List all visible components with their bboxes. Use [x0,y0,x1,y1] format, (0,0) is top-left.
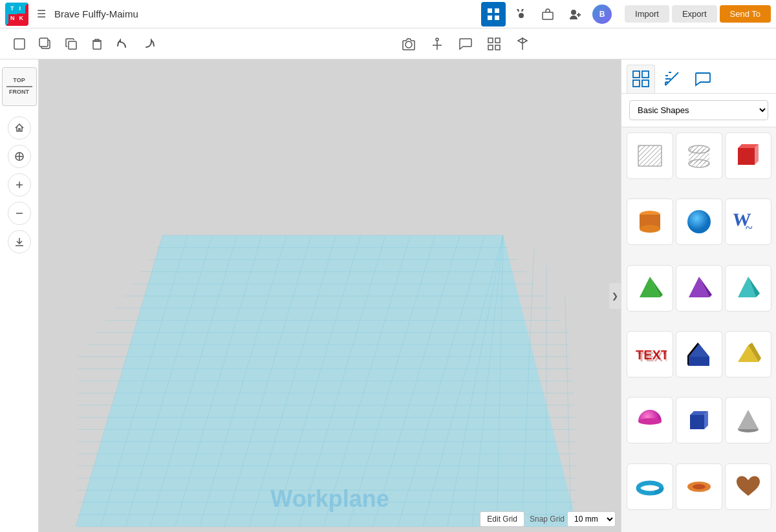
zoom-out-button[interactable] [8,202,31,225]
anchor-button[interactable] [426,32,449,56]
shape-item-heart[interactable] [725,463,771,510]
svg-rect-16 [495,45,500,50]
svg-rect-13 [488,38,493,43]
avatar-btn[interactable]: B [590,2,614,27]
toolbar [0,28,776,59]
main: TOP FRONT [0,59,776,532]
canvas-area[interactable]: Workplane Edit Grid Snap Grid 10 mm 5 mm… [39,59,621,532]
svg-point-5 [571,10,576,15]
undo-button[interactable] [111,32,135,56]
add-user-btn[interactable] [563,2,587,27]
svg-point-83 [689,160,709,167]
shape-item-sphere-solid[interactable] [676,198,722,245]
measure-tab[interactable] [658,65,686,93]
logo-n: N [8,14,17,23]
import-button[interactable]: Import [625,5,669,23]
svg-rect-3 [495,16,499,20]
svg-point-119 [693,484,706,489]
shape-item-pyramid-teal[interactable] [725,265,771,312]
svg-rect-2 [488,16,492,20]
shape-item-pyramid-green[interactable] [627,265,673,312]
view-cube[interactable]: TOP FRONT [2,67,37,106]
shape-item-cylinder-solid[interactable] [627,198,673,245]
shape-note-button[interactable] [454,32,477,56]
svg-marker-87 [738,148,755,165]
view-cube-top: TOP [13,77,25,85]
home-view-button[interactable] [8,116,31,140]
right-panel: Basic Shapes W~ [621,59,776,532]
project-name[interactable]: Brave Fulffy-Maimu [54,8,476,19]
delete-button[interactable] [85,32,109,56]
collapse-panel-button[interactable]: ❯ [609,283,621,309]
briefcase-btn[interactable] [535,2,560,27]
shape-item-pyramid-purple[interactable] [676,265,722,312]
download-button[interactable] [8,230,31,253]
grid-controls: Edit Grid Snap Grid 10 mm 5 mm 1 mm 0.5 … [480,511,616,527]
svg-rect-15 [488,45,493,50]
shape-item-prism-blue[interactable] [676,331,722,378]
svg-rect-75 [633,80,640,87]
svg-rect-74 [642,71,649,78]
svg-rect-0 [488,8,492,13]
shape-item-pyramid-yellow[interactable] [725,331,771,378]
svg-rect-76 [642,80,649,87]
shape-item-half-sphere[interactable] [627,397,673,443]
shape-item-hole-cylinder[interactable] [676,133,722,179]
fit-all-button[interactable] [8,145,31,168]
camera-button[interactable] [397,32,420,56]
shape-item-wave-blue[interactable]: W~ [725,198,771,245]
svg-point-91 [640,225,660,233]
new-button[interactable] [8,32,31,56]
left-panel: TOP FRONT [0,59,39,532]
logo-k: K [17,14,26,23]
svg-marker-115 [738,410,759,429]
svg-marker-112 [690,415,704,429]
svg-rect-6 [14,39,25,49]
svg-text:TEXT: TEXT [638,350,667,364]
mirror-button[interactable] [511,32,534,56]
svg-rect-10 [93,41,101,49]
shape-item-torus[interactable] [627,463,673,510]
duplicate-all-button[interactable] [34,32,57,56]
edit-grid-button[interactable]: Edit Grid [480,511,524,527]
svg-point-11 [405,41,412,48]
svg-point-12 [436,38,438,41]
shapes-dropdown[interactable]: Basic Shapes [629,100,768,120]
header-actions: Import Export Send To [625,5,771,23]
svg-rect-4 [543,12,553,19]
shape-item-hole-box[interactable] [627,133,673,179]
shapes-grid: W~ TEXTTEXT [621,127,776,532]
snap-control: Snap Grid 10 mm 5 mm 1 mm 0.5 mm [530,511,616,527]
shape-item-tube[interactable] [676,463,722,510]
shapes-tab[interactable] [627,65,655,93]
hamburger-menu-icon[interactable]: ☰ [34,6,49,22]
svg-rect-14 [495,38,500,43]
copy-button[interactable] [59,32,83,56]
header: T I N K ☰ Brave Fulffy-Maimu B Import Ex… [0,0,776,28]
shapes-header: Basic Shapes [621,94,776,127]
notes-tab[interactable] [689,65,717,93]
svg-rect-1 [495,8,499,13]
zoom-in-button[interactable] [8,173,31,197]
toolbar-center [163,32,768,56]
shape-item-text-3d[interactable]: TEXTTEXT [627,331,673,378]
send-to-button[interactable]: Send To [720,5,771,23]
arrange-button[interactable] [482,32,506,56]
grid-view-btn[interactable] [481,2,506,27]
svg-text:~: ~ [746,220,753,235]
shape-item-cone-gray[interactable] [725,397,771,443]
snap-select[interactable]: 10 mm 5 mm 1 mm 0.5 mm [567,511,616,527]
tools-btn[interactable] [508,2,533,27]
redo-button[interactable] [137,32,160,56]
logo[interactable]: T I N K [5,3,28,26]
view-cube-front: FRONT [9,89,29,96]
right-panel-tabs [621,59,776,94]
snap-label: Snap Grid [530,515,565,524]
export-button[interactable]: Export [672,5,717,23]
shape-item-solid-box[interactable] [725,133,771,179]
svg-rect-78 [638,145,662,166]
logo-i: I [17,5,26,14]
header-right: B [481,2,614,27]
svg-rect-8 [39,38,48,47]
shape-item-box-rounded-blue[interactable] [676,397,722,443]
